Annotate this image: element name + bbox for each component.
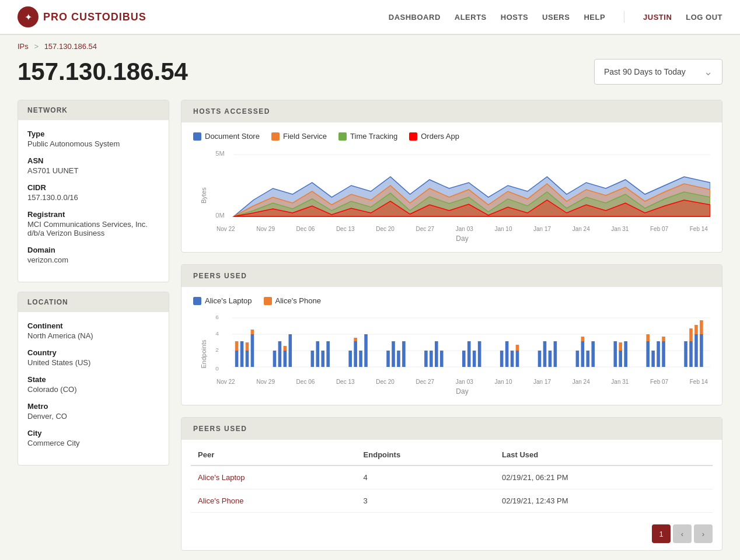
network-type-value: Public Autonomous System [27,139,159,148]
location-card: LOCATION Continent North America (NA) Co… [18,292,169,466]
network-domain-label: Domain [27,246,159,254]
breadcrumb-current[interactable]: 157.130.186.54 [44,42,97,51]
peers-svg-wrapper: 6 4 2 0 [214,312,710,396]
svg-rect-21 [284,351,287,367]
svg-rect-42 [467,341,471,367]
network-card-body: Type Public Autonomous System ASN AS701 … [18,120,169,282]
peer-phone-link: Alice's Phone [191,489,357,513]
network-cidr-label: CIDR [27,183,159,192]
table-row: Alice's Laptop 4 02/19/21, 06:21 PM [191,466,713,489]
nav-divider [624,11,624,23]
svg-rect-62 [624,341,627,367]
svg-rect-25 [316,341,319,367]
svg-rect-43 [473,351,476,367]
table-row: Alice's Phone 3 02/19/21, 12:43 PM [191,489,713,513]
svg-rect-35 [397,351,400,367]
svg-rect-57 [587,351,590,367]
peers-x-axis: Nov 22 Nov 29 Dec 06 Dec 13 Dec 20 Dec 2… [214,379,710,385]
nav-users[interactable]: USERS [542,13,570,22]
page-title: 157.130.186.54 [18,58,188,86]
hosts-x-feb07: Feb 07 [650,226,668,232]
svg-rect-50 [538,351,542,367]
phone-last-used: 02/19/21, 12:43 PM [495,489,713,513]
peers-table-body: Alice's Laptop 4 02/19/21, 06:21 PM Alic… [191,466,713,513]
svg-rect-47 [511,351,514,367]
hosts-x-nov22: Nov 22 [217,226,235,232]
network-type-label: Type [27,130,159,138]
chevron-down-icon: ⌄ [704,65,713,78]
svg-rect-56 [581,337,585,341]
peers-x-dec13: Dec 13 [336,379,355,385]
svg-rect-17 [251,334,254,367]
svg-rect-13 [235,341,239,351]
hosts-x-jan10: Jan 10 [494,226,512,232]
peers-bar-chart: 6 4 2 0 [214,312,710,376]
nav-user[interactable]: JUSTIN [643,13,672,22]
hosts-legend-doc-store: Document Store [193,132,260,141]
peers-x-jan31: Jan 31 [611,379,629,385]
peers-x-jan24: Jan 24 [573,379,590,385]
hosts-chart-header: HOSTS ACCESSED [181,100,722,123]
pagination: 1 ‹ › [181,517,722,550]
svg-rect-74 [700,334,703,367]
svg-rect-49 [516,345,519,351]
svg-rect-46 [505,341,509,367]
peers-chart-wrapper: Endpoints 6 4 2 0 [193,312,710,396]
svg-rect-59 [613,341,617,367]
peers-table-header-row: Peer Endpoints Last Used [191,444,713,466]
nav-alerts[interactable]: ALERTS [455,13,487,22]
nav-dashboard[interactable]: DASHBOARD [389,13,441,22]
svg-rect-23 [289,334,292,367]
hosts-legend-field-service: Field Service [271,132,327,141]
nav-logout[interactable]: LOG OUT [686,13,722,22]
alice-phone-link[interactable]: Alice's Phone [198,496,243,505]
network-registrant-label: Registrant [27,210,159,219]
hosts-x-feb14: Feb 14 [690,226,708,232]
svg-rect-28 [348,351,352,367]
nav-hosts[interactable]: HOSTS [501,13,528,22]
laptop-color [193,297,201,305]
alice-laptop-link[interactable]: Alice's Laptop [198,473,245,482]
hosts-chart-wrapper: Bytes 5M 0M [193,148,710,243]
location-metro-value: Denver, CO [27,412,159,421]
date-filter-dropdown[interactable]: Past 90 Days to Today ⌄ [594,59,722,85]
svg-rect-68 [662,337,665,341]
network-cidr-value: 157.130.0.0/16 [27,193,159,202]
main-nav: DASHBOARD ALERTS HOSTS USERS HELP JUSTIN… [389,11,722,23]
hosts-x-dec06: Dec 06 [296,226,315,232]
breadcrumb-parent[interactable]: IPs [18,42,29,51]
charts-area: HOSTS ACCESSED Document Store Field Serv… [181,100,722,560]
svg-rect-71 [689,328,693,341]
page-1-button[interactable]: 1 [652,524,671,543]
location-country-label: Country [27,348,159,357]
logo-icon: ✦ [18,6,39,27]
phone-endpoints: 3 [357,489,495,513]
svg-rect-18 [251,330,254,334]
hosts-x-jan03: Jan 03 [456,226,473,232]
svg-rect-14 [240,341,244,367]
nav-help[interactable]: HELP [584,13,605,22]
svg-rect-70 [689,341,693,367]
peers-x-nov29: Nov 29 [256,379,275,385]
date-filter-label: Past 90 Days to Today [604,67,686,76]
hosts-x-jan31: Jan 31 [611,226,629,232]
breadcrumb-separator: > [34,42,39,51]
sidebar: NETWORK Type Public Autonomous System AS… [18,100,169,475]
content-layout: NETWORK Type Public Autonomous System AS… [18,100,722,560]
location-continent: Continent North America (NA) [27,321,159,340]
network-registrant-value: MCI Communications Services, Inc. d/b/a … [27,220,159,237]
svg-rect-54 [576,351,580,367]
svg-rect-41 [462,351,466,367]
prev-page-button[interactable]: ‹ [673,524,692,543]
svg-rect-26 [321,351,324,367]
doc-store-color [193,132,201,141]
hosts-x-dec13: Dec 13 [336,226,355,232]
peers-x-dec20: Dec 20 [376,379,395,385]
next-page-button[interactable]: › [694,524,713,543]
location-continent-value: North America (NA) [27,331,159,340]
peers-table-card: PEERS USED Peer Endpoints Last Used [181,417,722,551]
hosts-x-dec27: Dec 27 [416,226,434,232]
svg-rect-51 [543,341,547,367]
svg-text:5M: 5M [215,150,225,157]
svg-rect-24 [311,351,315,367]
